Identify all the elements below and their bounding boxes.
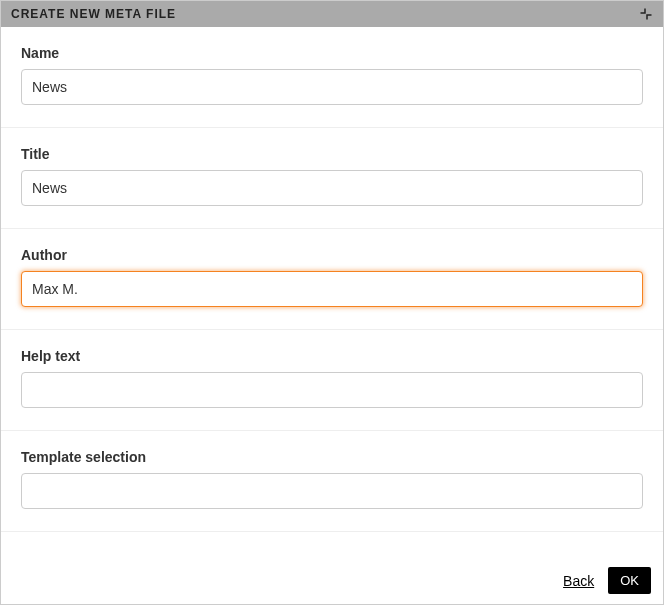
dialog-body: Name Title Author Help text Template sel… [1, 27, 663, 557]
form-group-name: Name [1, 27, 663, 128]
back-link[interactable]: Back [563, 573, 594, 589]
template-selection-label: Template selection [21, 449, 643, 465]
author-input[interactable] [21, 271, 643, 307]
create-meta-file-dialog: CREATE NEW META FILE Name Title Author H… [0, 0, 664, 605]
author-label: Author [21, 247, 643, 263]
form-group-template-selection: Template selection [1, 431, 663, 532]
name-input[interactable] [21, 69, 643, 105]
form-group-title: Title [1, 128, 663, 229]
help-text-input[interactable] [21, 372, 643, 408]
dialog-footer: Back OK [1, 557, 663, 604]
name-label: Name [21, 45, 643, 61]
dialog-title: CREATE NEW META FILE [11, 7, 176, 21]
title-input[interactable] [21, 170, 643, 206]
ok-button[interactable]: OK [608, 567, 651, 594]
template-selection-input[interactable] [21, 473, 643, 509]
form-group-author: Author [1, 229, 663, 330]
collapse-icon[interactable] [639, 7, 653, 21]
help-text-label: Help text [21, 348, 643, 364]
form-group-help-text: Help text [1, 330, 663, 431]
dialog-header: CREATE NEW META FILE [1, 1, 663, 27]
title-label: Title [21, 146, 643, 162]
